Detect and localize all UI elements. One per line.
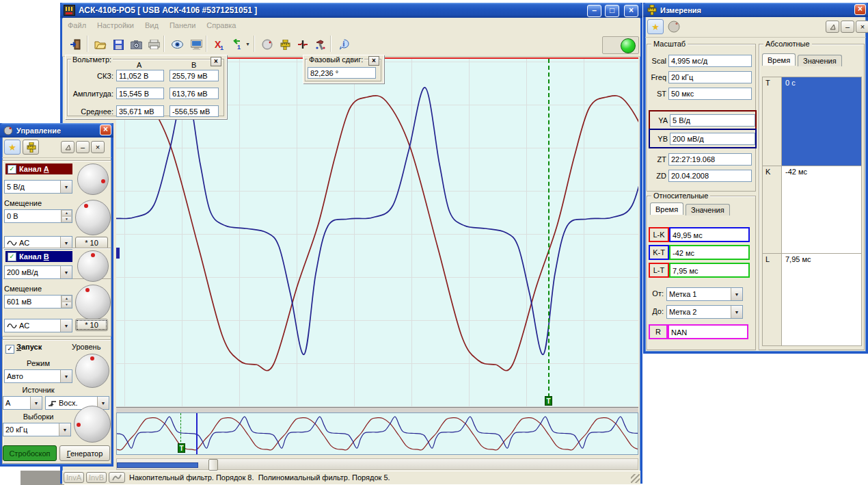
tab-absolute-time[interactable]: Время bbox=[762, 53, 796, 66]
save-button[interactable] bbox=[109, 35, 128, 54]
tab-relative-values[interactable]: Значения bbox=[686, 204, 730, 215]
yb-field[interactable]: 200 мВ/д bbox=[670, 133, 755, 145]
phase-shift-close-button[interactable]: × bbox=[368, 56, 379, 66]
overview-trigger-marker-flag[interactable]: T bbox=[178, 443, 185, 453]
trigger-mode-combo[interactable]: Авто ▼ bbox=[4, 369, 72, 383]
slider-thumb[interactable] bbox=[208, 459, 218, 471]
channel-a-offset-spinner[interactable]: 0 В ▲▼ bbox=[4, 209, 72, 223]
marker-t-value-cell[interactable]: 0 с bbox=[782, 77, 861, 166]
marker-t-key-cell[interactable]: T bbox=[763, 77, 782, 166]
rollup-button[interactable] bbox=[826, 21, 839, 33]
tab-relative-time[interactable]: Время bbox=[650, 202, 683, 215]
main-title-bar[interactable]: АСК-4106-РО5 [ USB АСК-4106 #5371251051 … bbox=[60, 3, 642, 18]
channel-a-scale-combo[interactable]: 5 В/д ▼ bbox=[4, 180, 72, 194]
measurements-close-button[interactable]: × bbox=[854, 4, 866, 15]
from-combo[interactable]: Метка 1 ▼ bbox=[666, 287, 743, 301]
channel-a-scale-knob[interactable] bbox=[77, 163, 109, 195]
marker-l-value-cell[interactable]: 7,95 мс bbox=[782, 254, 861, 345]
trigger-level-knob[interactable] bbox=[75, 354, 109, 388]
tab-absolute-values[interactable]: Значения bbox=[798, 55, 842, 66]
samples-knob[interactable] bbox=[74, 406, 111, 443]
position-slider[interactable] bbox=[116, 458, 638, 470]
overview-strip[interactable]: T bbox=[116, 412, 638, 455]
channel-b-scale-knob[interactable] bbox=[77, 250, 109, 282]
minimize-button[interactable]: – bbox=[587, 5, 601, 17]
r-field[interactable]: NAN bbox=[668, 324, 748, 339]
chevron-down-icon[interactable]: ▼ bbox=[60, 266, 72, 278]
marker-k-key-cell[interactable]: K bbox=[763, 166, 782, 254]
filter-settings-button[interactable] bbox=[109, 472, 125, 483]
import-dropdown-arrow[interactable]: ▼ bbox=[245, 42, 250, 47]
channel-b-header[interactable]: ✓ Канал В bbox=[5, 251, 72, 262]
trigger-source-combo[interactable]: А ▼ bbox=[3, 396, 42, 410]
lt-field[interactable]: 7,95 мс bbox=[669, 263, 750, 278]
control-title-bar[interactable]: Управление × bbox=[0, 123, 113, 137]
trigger-checkbox[interactable]: ✓ bbox=[5, 345, 14, 354]
resize-grip[interactable] bbox=[631, 474, 640, 483]
scal-field[interactable]: 4,995 мс/д bbox=[668, 55, 752, 67]
maximize-button[interactable]: □ bbox=[605, 5, 619, 17]
channel-b-x10-button[interactable]: * 10 bbox=[75, 319, 108, 331]
exit-button[interactable] bbox=[66, 35, 85, 54]
menu-help[interactable]: Справка bbox=[201, 19, 241, 31]
chevron-down-icon[interactable]: ▼ bbox=[60, 181, 72, 193]
display-settings-button[interactable] bbox=[187, 35, 206, 54]
chevron-down-icon[interactable]: ▼ bbox=[30, 397, 42, 409]
main-trigger-marker-flag[interactable]: T bbox=[545, 396, 552, 406]
channel-b-offset-spinner[interactable]: 601 мВ ▲▼ bbox=[4, 295, 72, 309]
menu-file[interactable]: Файл bbox=[62, 19, 92, 31]
channel-a-offset-knob[interactable] bbox=[75, 200, 111, 235]
collapse-button[interactable]: – bbox=[841, 21, 854, 33]
measurements-title-bar[interactable]: Измерения × bbox=[643, 3, 868, 17]
invert-a-button[interactable]: InvA bbox=[64, 472, 84, 483]
overview-trigger-marker-line[interactable] bbox=[180, 413, 181, 445]
channel-a-header[interactable]: ✓ Канал А bbox=[5, 163, 72, 174]
channel-b-offset-knob[interactable] bbox=[75, 285, 111, 320]
strobe-button[interactable]: Стробоскоп bbox=[3, 445, 57, 461]
control-panel-button[interactable] bbox=[258, 35, 277, 54]
spin-down-icon[interactable]: ▼ bbox=[62, 216, 72, 222]
zd-field[interactable]: 20.04.2008 bbox=[668, 170, 752, 182]
chevron-down-icon[interactable]: ▼ bbox=[731, 306, 742, 318]
snapshot-button[interactable] bbox=[126, 35, 146, 54]
freq-field[interactable]: 20 кГц bbox=[668, 71, 752, 83]
ya-field[interactable]: 5 В/д bbox=[670, 114, 755, 127]
menu-panels[interactable]: Панели bbox=[164, 19, 201, 31]
overview-view-position-line[interactable] bbox=[196, 413, 198, 454]
open-button[interactable] bbox=[91, 35, 110, 54]
favorites-button[interactable]: ★ bbox=[4, 140, 21, 155]
samples-combo[interactable]: 20 кГц ▼ bbox=[3, 423, 71, 436]
device-connected-led[interactable] bbox=[621, 38, 636, 53]
info-button[interactable]: i bbox=[334, 35, 353, 54]
spin-up-icon[interactable]: ▲ bbox=[62, 296, 72, 302]
zt-field[interactable]: 22:27:19.068 bbox=[668, 153, 752, 166]
spin-down-icon[interactable]: ▼ bbox=[62, 302, 72, 308]
channel-b-scale-combo[interactable]: 200 мВ/д ▼ bbox=[4, 265, 72, 279]
to-combo[interactable]: Метка 2 ▼ bbox=[666, 305, 743, 319]
marker-l-key-cell[interactable]: L bbox=[763, 254, 782, 345]
control-close-button[interactable]: × bbox=[100, 124, 111, 135]
menu-view[interactable]: Вид bbox=[139, 19, 164, 31]
clear-data-button[interactable]: X1 bbox=[210, 35, 229, 54]
voltmeter-close-button[interactable]: × bbox=[211, 57, 221, 66]
invert-b-button[interactable]: InvB bbox=[86, 472, 107, 483]
channel-b-coupling-combo[interactable]: AC ▼ bbox=[4, 319, 72, 332]
favorites-button[interactable]: ★ bbox=[647, 19, 664, 34]
measure-panel-button[interactable] bbox=[275, 35, 295, 54]
kt-field[interactable]: -42 мс bbox=[669, 245, 750, 260]
print-button[interactable] bbox=[144, 35, 163, 54]
control-window-button[interactable] bbox=[668, 21, 680, 33]
rollup-button[interactable] bbox=[61, 141, 74, 153]
measure-window-button[interactable] bbox=[23, 140, 39, 155]
panel-close-button[interactable]: × bbox=[856, 21, 868, 33]
import-data-button[interactable]: 1 bbox=[228, 35, 247, 54]
chevron-down-icon[interactable]: ▼ bbox=[60, 319, 72, 332]
marker-k-value-cell[interactable]: -42 мс bbox=[782, 166, 861, 254]
preview-button[interactable] bbox=[167, 35, 187, 54]
generator-button[interactable]: Генератор bbox=[59, 445, 110, 461]
trigger-panel-button[interactable] bbox=[293, 35, 312, 54]
channel-b-checkbox[interactable]: ✓ bbox=[8, 252, 16, 261]
tools-button[interactable] bbox=[311, 35, 330, 54]
collapse-button[interactable]: – bbox=[76, 141, 90, 153]
spin-up-icon[interactable]: ▲ bbox=[62, 210, 72, 216]
